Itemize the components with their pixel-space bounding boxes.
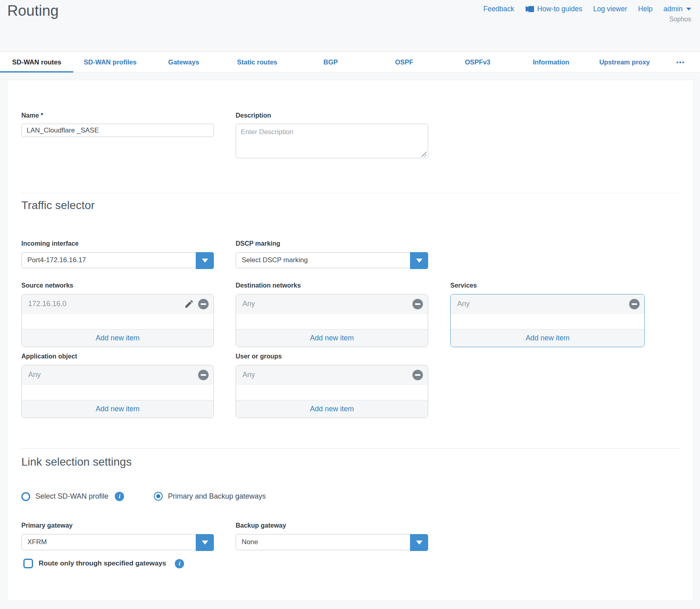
tab-bgp[interactable]: BGP [294,52,367,72]
log-viewer-label: Log viewer [593,5,628,13]
tab-information[interactable]: Information [514,52,588,72]
description-textarea[interactable] [236,124,428,158]
name-input[interactable] [21,124,214,137]
dropdown-arrow-button[interactable] [196,252,214,269]
help-link-label: Help [638,5,652,13]
dropdown-arrow-button[interactable] [410,534,428,551]
feedback-link[interactable]: Feedback [483,5,514,13]
user-or-groups-label: User or groups [236,353,282,360]
remove-item-icon[interactable] [412,370,423,380]
brand-label: Sophos [669,16,691,23]
edit-pencil-icon[interactable] [184,299,194,309]
destination-networks-box: Any Add new item [236,294,428,347]
primary-backup-gateways-radio[interactable] [154,492,163,501]
add-new-item-button[interactable]: Add new item [451,329,644,347]
list-item: Any [236,365,428,385]
select-sd-wan-profile-label: Select SD-WAN profile [35,492,108,501]
source-networks-label: Source networks [21,282,73,289]
add-new-item-button[interactable]: Add new item [22,400,213,418]
backup-gateway-select[interactable]: None [236,534,428,550]
backup-gateway-value: None [236,534,428,550]
section-divider [21,448,681,449]
primary-gateway-select[interactable]: XFRM [21,534,214,550]
incoming-interface-value: Port4-172.16.16.17 [22,253,213,268]
description-field-wrap [236,124,428,158]
section-divider [21,193,681,193]
dscp-marking-label: DSCP marking [236,240,280,247]
list-item-text: Any [242,371,255,379]
admin-user-label: admin [663,5,683,13]
remove-item-icon[interactable] [629,299,640,309]
primary-backup-gateways-label: Primary and Backup gateways [168,492,266,501]
howto-guides-label: How-to guides [537,5,582,13]
howto-guides-link[interactable]: How-to guides [525,5,582,13]
video-camera-icon [525,6,534,12]
backup-gateway-label: Backup gateway [236,522,286,529]
page-title: Routing [7,2,59,19]
add-new-item-button[interactable]: Add new item [236,329,428,347]
triangle-down-icon [416,259,422,263]
services-label: Services [450,282,477,289]
remove-item-icon[interactable] [198,370,209,380]
primary-backup-radio-row: Primary and Backup gateways [154,492,266,501]
list-item: Any [451,294,644,314]
info-icon[interactable]: i [175,559,184,568]
sd-wan-profile-radio-row: Select SD-WAN profile i [21,492,124,501]
dropdown-arrow-button[interactable] [410,252,428,269]
dscp-marking-value: Select DSCP marking [236,253,428,268]
add-new-item-button[interactable]: Add new item [22,329,213,347]
incoming-interface-select[interactable]: Port4-172.16.16.17 [21,252,214,268]
remove-item-icon[interactable] [198,299,209,309]
select-sd-wan-profile-radio[interactable] [21,492,30,501]
routing-page: { "header": { "title": "Routing", "links… [0,0,700,609]
name-label: Name * [21,112,43,119]
add-new-item-button[interactable]: Add new item [236,400,428,418]
route-only-checkbox-row: Route only through specified gateways i [23,559,184,568]
link-selection-heading: Link selection settings [21,456,132,468]
triangle-down-icon [202,259,208,263]
tab-static-routes[interactable]: Static routes [220,52,294,72]
triangle-down-icon [202,541,208,545]
chevron-down-icon [686,8,691,10]
remove-item-icon[interactable] [412,299,423,309]
header-links: Feedback How-to guides Log viewer Help a… [483,5,691,13]
list-item: 172.16.16.0 [22,294,213,314]
incoming-interface-label: Incoming interface [21,240,79,247]
list-item-text: Any [242,300,255,308]
primary-gateway-value: XFRM [22,534,213,550]
services-box: Any Add new item [450,294,645,347]
list-item: Any [236,294,428,314]
sd-wan-route-form-card: Name * Description Traffic selector Inco… [7,80,694,601]
tab-overflow-menu[interactable]: ••• [661,52,700,72]
user-or-groups-box: Any Add new item [236,365,428,418]
log-viewer-link[interactable]: Log viewer [593,5,628,13]
routing-tabbar: SD-WAN routes SD-WAN profiles Gateways S… [0,52,700,72]
tab-sd-wan-routes[interactable]: SD-WAN routes [0,52,73,72]
feedback-link-label: Feedback [483,5,514,13]
list-item: Any [22,365,213,385]
dropdown-arrow-button[interactable] [196,534,214,551]
list-item-text: Any [28,371,41,379]
tab-upstream-proxy[interactable]: Upstream proxy [588,52,661,72]
list-item-text: 172.16.16.0 [28,300,66,308]
destination-networks-label: Destination networks [236,282,301,289]
route-only-checkbox-label: Route only through specified gateways [39,559,166,568]
list-item-text: Any [457,300,470,308]
help-link[interactable]: Help [638,5,652,13]
info-icon[interactable]: i [115,492,124,501]
traffic-selector-heading: Traffic selector [21,199,95,212]
tab-ospf[interactable]: OSPF [367,52,441,72]
required-asterisk: * [41,112,43,119]
primary-gateway-label: Primary gateway [21,522,72,529]
dscp-marking-select[interactable]: Select DSCP marking [236,252,428,268]
admin-user-menu[interactable]: admin [663,5,691,13]
source-networks-box: 172.16.16.0 Add new item [21,294,214,347]
route-only-checkbox[interactable] [23,559,33,568]
triangle-down-icon [416,541,422,545]
application-object-label: Application object [21,353,77,360]
description-label: Description [236,112,271,119]
tab-gateways[interactable]: Gateways [147,52,220,72]
application-object-box: Any Add new item [21,365,214,418]
tab-ospfv3[interactable]: OSPFv3 [441,52,514,72]
tab-sd-wan-profiles[interactable]: SD-WAN profiles [73,52,147,72]
